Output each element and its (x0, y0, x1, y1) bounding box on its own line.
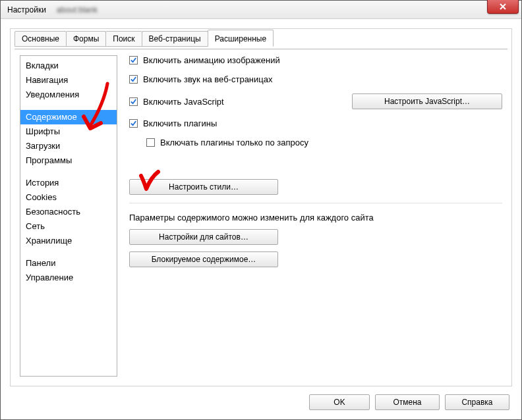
sidebar-item-vkladki[interactable]: Вкладки (20, 59, 117, 73)
blocked-content-button[interactable]: Блокируемое содержимое… (129, 251, 278, 267)
site-params-text: Параметры содержимого можно изменить для… (129, 213, 502, 223)
sidebar-item-bezopasnost[interactable]: Безопасность (20, 205, 117, 219)
sidebar-item-soderzhimoe[interactable]: Содержимое (20, 110, 117, 124)
titlebar-blur: about:blank (57, 5, 98, 14)
separator (129, 203, 502, 203)
config-styles-button[interactable]: Настроить стили… (129, 179, 278, 195)
label-js: Включить JavaScript (143, 97, 224, 107)
config-js-button[interactable]: Настроить JavaScript… (352, 93, 502, 109)
cancel-button[interactable]: Отмена (375, 394, 440, 410)
sidebar-item-uvedomleniya[interactable]: Уведомления (20, 88, 117, 102)
label-sound: Включить звук на веб-страницах (143, 74, 272, 84)
content-panel: Включить анимацию изображений Включить з… (129, 55, 502, 377)
label-plugins: Включить плагины (143, 118, 217, 128)
checkbox-plugins-ondemand[interactable] (146, 138, 155, 147)
sidebar-item-cookies[interactable]: Cookies (20, 190, 117, 205)
checkbox-js[interactable] (129, 97, 138, 106)
sidebar-item-programmy[interactable]: Программы (20, 153, 117, 168)
titlebar: Настройки about:blank (1, 1, 521, 19)
close-button[interactable] (487, 0, 519, 14)
sidebar-item-khranilishche[interactable]: Хранилище (20, 234, 117, 248)
checkbox-plugins[interactable] (129, 119, 138, 128)
sidebar-item-paneli[interactable]: Панели (20, 256, 117, 271)
sidebar-item-set[interactable]: Сеть (20, 219, 117, 234)
label-plugins-ondemand: Включать плагины только по запросу (160, 138, 308, 147)
tab-underline (14, 49, 508, 49)
site-settings-button[interactable]: Настройки для сайтов… (129, 229, 278, 245)
footer: OK Отмена Справка (309, 394, 509, 410)
sidebar-item-navigatsiya[interactable]: Навигация (20, 73, 117, 88)
help-button[interactable]: Справка (445, 394, 509, 410)
content-frame: Основные Формы Поиск Веб-страницы Расшир… (10, 28, 512, 386)
settings-window: Настройки about:blank Основные Формы Пои… (0, 0, 522, 420)
sidebar-item-shrifty[interactable]: Шрифты (20, 124, 117, 139)
label-anim: Включить анимацию изображений (143, 55, 280, 65)
window-title: Настройки (7, 5, 46, 14)
tab-formy[interactable]: Формы (66, 31, 106, 47)
tab-osnovnye[interactable]: Основные (14, 31, 67, 47)
sidebar-item-upravlenie[interactable]: Управление (20, 271, 117, 285)
tabs: Основные Формы Поиск Веб-страницы Расшир… (14, 28, 508, 47)
close-icon (499, 3, 507, 10)
tab-vebstranitsy[interactable]: Веб-страницы (142, 31, 208, 47)
tab-poisk[interactable]: Поиск (105, 31, 142, 47)
sidebar-item-zagruzki[interactable]: Загрузки (20, 139, 117, 153)
sidebar-item-istoriya[interactable]: История (20, 176, 117, 190)
sidebar: Вкладки Навигация Уведомления Содержимое… (20, 55, 117, 377)
checkbox-sound[interactable] (129, 75, 138, 84)
checkbox-anim[interactable] (129, 56, 138, 65)
tab-rasshirennye[interactable]: Расширенные (208, 30, 274, 47)
inner-layout: Вкладки Навигация Уведомления Содержимое… (20, 55, 502, 377)
ok-button[interactable]: OK (309, 394, 370, 410)
